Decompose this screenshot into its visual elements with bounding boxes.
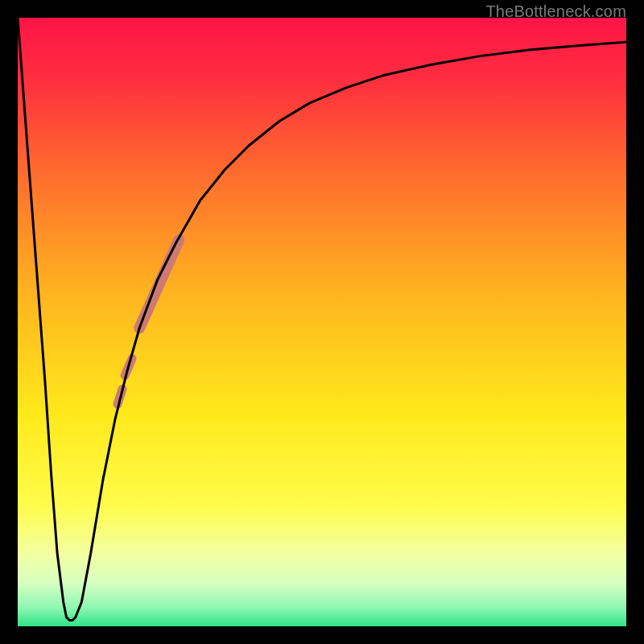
chart-frame: TheBottleneck.com [0,0,644,644]
chart-svg [18,18,626,626]
plot-area [18,18,626,626]
gradient-background [18,18,626,626]
attribution-text: TheBottleneck.com [485,2,626,21]
